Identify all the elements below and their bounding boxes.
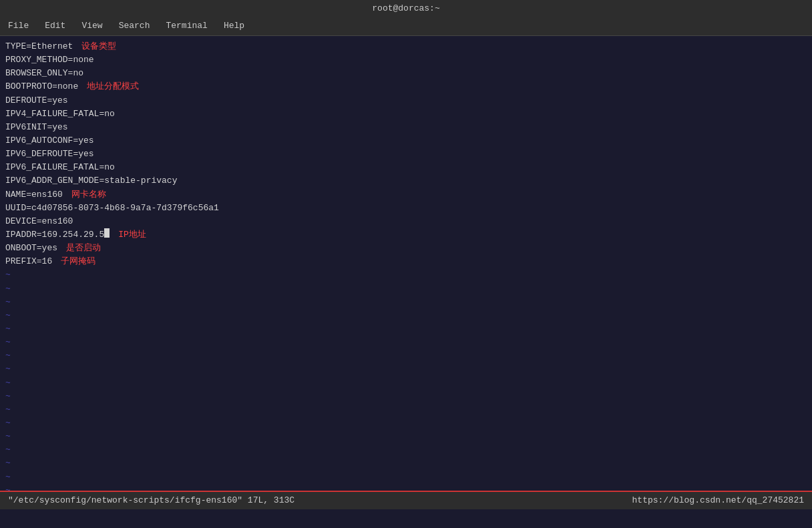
line-1: TYPE=Ethernet 设备类型 bbox=[5, 40, 807, 53]
line-4-annotation: 地址分配模式 bbox=[78, 80, 139, 93]
tilde-14: ~ bbox=[5, 443, 807, 457]
tilde-5: ~ bbox=[5, 322, 807, 336]
line-7: IPV6INIT=yes bbox=[5, 121, 807, 134]
line-12-annotation: 网卡名称 bbox=[63, 188, 106, 202]
line-8-text: IPV6_AUTOCONF=yes bbox=[5, 134, 94, 148]
terminal-body: TYPE=Ethernet 设备类型 PROXY_METHOD=none BRO… bbox=[0, 36, 812, 509]
line-7-text: IPV6INIT=yes bbox=[5, 121, 68, 134]
line-5-text: DEFROUTE=yes bbox=[5, 94, 68, 107]
line-10-text: IPV6_FAILURE_FATAL=no bbox=[5, 161, 115, 174]
tilde-3: ~ bbox=[5, 296, 807, 309]
line-2: PROXY_METHOD=none bbox=[5, 53, 807, 67]
menu-help[interactable]: Help bbox=[221, 19, 247, 32]
line-5: DEFROUTE=yes bbox=[5, 94, 807, 107]
title-bar: root@dorcas:~ bbox=[0, 0, 812, 16]
line-15-annotation: IP地址 bbox=[110, 228, 146, 242]
line-17-text: PREFIX=16 bbox=[5, 255, 52, 268]
status-bar: "/etc/sysconfig/network-scripts/ifcfg-en… bbox=[0, 491, 812, 509]
menu-terminal[interactable]: Terminal bbox=[163, 19, 210, 32]
line-3: BROWSER_ONLY=no bbox=[5, 67, 807, 80]
line-16-annotation: 是否启动 bbox=[57, 242, 101, 255]
tilde-1: ~ bbox=[5, 268, 807, 282]
line-14-text: DEVICE=ens160 bbox=[5, 215, 73, 228]
line-6: IPV4_FAILURE_FATAL=no bbox=[5, 107, 807, 121]
line-13: UUID=c4d07856-8073-4b68-9a7a-7d379f6c56a… bbox=[5, 202, 807, 215]
line-12: NAME=ens160 网卡名称 bbox=[5, 188, 807, 202]
tilde-2: ~ bbox=[5, 282, 807, 296]
line-15-text: IPADDR=169.254.29.5 bbox=[5, 228, 104, 242]
line-11: IPV6_ADDR_GEN_MODE=stable-privacy bbox=[5, 174, 807, 188]
line-6-text: IPV4_FAILURE_FATAL=no bbox=[5, 107, 115, 121]
line-13-text: UUID=c4d07856-8073-4b68-9a7a-7d379f6c56a… bbox=[5, 202, 219, 215]
title-text: root@dorcas:~ bbox=[372, 3, 439, 13]
line-1-text: TYPE=Ethernet bbox=[5, 40, 73, 53]
tilde-10: ~ bbox=[5, 390, 807, 403]
menu-view[interactable]: View bbox=[79, 19, 105, 32]
tilde-16: ~ bbox=[5, 471, 807, 484]
menu-file[interactable]: File bbox=[5, 19, 31, 32]
line-11-text: IPV6_ADDR_GEN_MODE=stable-privacy bbox=[5, 174, 177, 188]
tilde-7: ~ bbox=[5, 349, 807, 362]
line-16-text: ONBOOT=yes bbox=[5, 242, 57, 255]
tilde-12: ~ bbox=[5, 417, 807, 430]
menu-bar: File Edit View Search Terminal Help bbox=[0, 16, 812, 36]
line-8: IPV6_AUTOCONF=yes bbox=[5, 134, 807, 148]
line-1-annotation: 设备类型 bbox=[73, 40, 116, 53]
line-4-text: BOOTPROTO=none bbox=[5, 80, 78, 93]
cursor: 1 bbox=[104, 228, 110, 238]
status-left: "/etc/sysconfig/network-scripts/ifcfg-en… bbox=[8, 494, 294, 507]
menu-search[interactable]: Search bbox=[116, 19, 153, 32]
line-17: PREFIX=16 子网掩码 bbox=[5, 255, 807, 268]
tilde-8: ~ bbox=[5, 362, 807, 376]
line-17-annotation: 子网掩码 bbox=[52, 255, 95, 268]
line-16: ONBOOT=yes 是否启动 bbox=[5, 242, 807, 255]
line-9: IPV6_DEFROUTE=yes bbox=[5, 148, 807, 161]
tilde-9: ~ bbox=[5, 376, 807, 390]
menu-edit[interactable]: Edit bbox=[42, 19, 68, 32]
line-3-text: BROWSER_ONLY=no bbox=[5, 67, 83, 80]
tilde-13: ~ bbox=[5, 430, 807, 443]
tilde-4: ~ bbox=[5, 309, 807, 322]
line-14: DEVICE=ens160 bbox=[5, 215, 807, 228]
tilde-11: ~ bbox=[5, 403, 807, 417]
line-9-text: IPV6_DEFROUTE=yes bbox=[5, 148, 94, 161]
tilde-15: ~ bbox=[5, 457, 807, 470]
line-2-text: PROXY_METHOD=none bbox=[5, 53, 94, 67]
tilde-6: ~ bbox=[5, 336, 807, 349]
line-12-text: NAME=ens160 bbox=[5, 188, 63, 202]
line-10: IPV6_FAILURE_FATAL=no bbox=[5, 161, 807, 174]
status-right: https://blog.csdn.net/qq_27452821 bbox=[632, 494, 804, 507]
line-15: IPADDR=169.254.29.51 IP地址 bbox=[5, 228, 807, 242]
line-4: BOOTPROTO=none 地址分配模式 bbox=[5, 80, 807, 93]
